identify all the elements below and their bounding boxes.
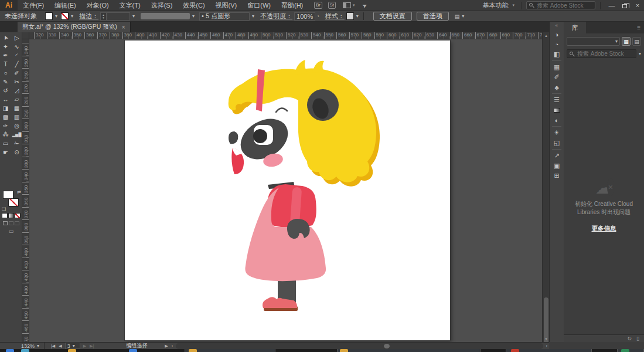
artboards-panel-icon[interactable]: ⊞ xyxy=(550,171,564,181)
chevron-down-icon[interactable]: ▾ xyxy=(639,51,641,56)
eyedropper-tool[interactable]: ✑ xyxy=(0,121,11,130)
stock-button[interactable]: St xyxy=(328,2,336,9)
taskbar-item-app-blue2[interactable] xyxy=(129,349,137,352)
width-tool[interactable]: ↔ xyxy=(0,95,11,104)
brushes-panel-icon[interactable]: ✐ xyxy=(550,72,564,82)
opacity-label[interactable]: 不透明度： xyxy=(260,12,292,21)
minimize-button[interactable]: — xyxy=(605,0,618,11)
document-setup-button[interactable]: 文档设置 xyxy=(373,12,412,21)
type-tool[interactable]: T xyxy=(0,60,11,69)
status-menu-arrow[interactable]: ▶ xyxy=(165,344,168,348)
swatches-panel-icon[interactable]: ▦ xyxy=(550,62,564,72)
mesh-tool[interactable]: ▩ xyxy=(0,113,11,121)
color-guide-panel-icon[interactable]: ◔ xyxy=(550,39,564,49)
previous-artboard-button[interactable]: ◀ xyxy=(59,344,62,348)
select-similar-icon[interactable]: ▤ xyxy=(455,13,460,19)
artboard-tool[interactable]: ▭ xyxy=(0,139,11,148)
menu-文字[interactable]: 文字(T) xyxy=(114,0,146,11)
brush-definition-dropdown[interactable]: • 5 点圆形 xyxy=(199,12,250,21)
layers-panel-icon[interactable]: ▣ xyxy=(550,161,564,171)
none-button[interactable] xyxy=(15,213,21,218)
draw-normal-icon[interactable] xyxy=(3,221,8,225)
stroke-weight-stepper[interactable]: ▴▾ xyxy=(100,12,107,21)
style-swatch[interactable] xyxy=(346,12,354,20)
pen-tool[interactable]: ✒ xyxy=(0,51,11,60)
direct-selection-tool[interactable]: ▷ xyxy=(11,33,22,42)
pathfinder-panel-icon[interactable]: ◧ xyxy=(550,49,564,59)
hand-tool[interactable]: ☛ xyxy=(0,148,11,157)
gradient-tool[interactable]: ▥ xyxy=(11,113,22,121)
menu-文件[interactable]: 文件(F) xyxy=(18,0,49,11)
library-search-input[interactable] xyxy=(567,49,636,58)
menu-效果[interactable]: 效果(C) xyxy=(178,0,210,11)
appearance-panel-icon[interactable]: ☀ xyxy=(550,128,564,138)
horizontal-scroll-thumb[interactable] xyxy=(384,344,390,348)
column-graph-tool[interactable]: ▂▅█ xyxy=(11,130,22,139)
menu-选择[interactable]: 选择(S) xyxy=(146,0,178,11)
chevron-down-icon[interactable]: ▾ xyxy=(71,13,73,19)
paintbrush-tool[interactable]: ✐ xyxy=(11,69,22,77)
stroke-proxy-swatch[interactable] xyxy=(8,198,19,207)
taskbar-item-folder-yellow3[interactable] xyxy=(340,349,348,352)
style-label[interactable]: 样式： xyxy=(325,12,345,21)
workspace-switcher[interactable]: 基本功能 xyxy=(482,1,508,10)
panel-menu-icon[interactable]: ≡ xyxy=(637,25,644,31)
tab-libraries[interactable]: 库 xyxy=(564,22,586,33)
scroll-right-icon[interactable]: › xyxy=(546,344,547,348)
stroke-weight-label[interactable]: 描边： xyxy=(79,12,98,21)
chevron-down-icon[interactable]: ▾ xyxy=(252,13,254,19)
opacity-more-icon[interactable]: › xyxy=(318,13,319,19)
stroke-color-swatch[interactable] xyxy=(61,12,69,20)
symbol-sprayer-tool[interactable]: ⁂ xyxy=(0,130,11,139)
screen-mode-button[interactable]: ▭ xyxy=(0,228,22,234)
taskbar-item-app-red[interactable] xyxy=(511,349,519,352)
slice-tool[interactable]: ✁ xyxy=(11,139,22,148)
document-tab[interactable]: 熊女.ai* @ 132% (RGB/GPU 预览) × xyxy=(18,22,131,32)
more-info-link[interactable]: 更多信息 xyxy=(592,225,616,233)
restore-button[interactable] xyxy=(618,0,631,11)
perspective-grid-tool[interactable]: ▦ xyxy=(11,104,22,113)
bridge-button[interactable]: Br xyxy=(314,2,322,9)
opacity-value[interactable]: 100% xyxy=(294,12,315,21)
library-select-dropdown[interactable]: ▾ xyxy=(567,37,620,46)
search-input[interactable] xyxy=(526,1,595,9)
draw-inside-icon[interactable] xyxy=(15,221,19,225)
trash-icon[interactable]: ▯ xyxy=(636,335,639,342)
chevron-down-icon[interactable]: ▾ xyxy=(462,13,464,19)
artwork-panda-girl[interactable] xyxy=(125,40,450,340)
chevron-down-icon[interactable]: ▾ xyxy=(55,13,57,19)
default-fill-stroke-icon[interactable]: ❏ xyxy=(2,207,6,212)
scroll-left-icon[interactable]: ‹ xyxy=(172,344,173,348)
chevron-down-icon[interactable]: ▾ xyxy=(512,3,514,8)
chevron-down-icon[interactable]: ▾ xyxy=(356,13,359,19)
stroke-weight-value[interactable] xyxy=(107,12,130,21)
menu-帮助[interactable]: 帮助(H) xyxy=(276,0,308,11)
next-artboard-button[interactable]: ▶ xyxy=(83,344,86,348)
vertical-scrollbar[interactable]: ▴ ▾ xyxy=(542,32,549,342)
stroke-panel-icon[interactable]: ☰ xyxy=(550,95,564,105)
color-panel-icon[interactable]: ◑ xyxy=(550,29,564,39)
canvas-pasteboard[interactable] xyxy=(29,39,542,342)
list-view-button[interactable]: ▤ xyxy=(632,37,641,46)
first-artboard-button[interactable]: |◀ xyxy=(51,344,55,348)
artboard-number-dropdown[interactable]: 3 ▾ xyxy=(65,343,80,349)
taskbar-button[interactable] xyxy=(185,349,275,352)
taskbar-item-app-cyan[interactable] xyxy=(21,349,29,352)
gradient-button[interactable] xyxy=(8,213,14,218)
taskbar-item-app-green[interactable] xyxy=(621,349,629,352)
taskbar-button[interactable] xyxy=(337,349,481,352)
chevron-down-icon[interactable]: ▾ xyxy=(353,3,355,8)
graphic-styles-panel-icon[interactable]: ◱ xyxy=(550,138,564,148)
horizontal-scrollbar[interactable] xyxy=(176,343,543,349)
scale-tool[interactable]: ◿ xyxy=(11,86,22,95)
swap-fill-stroke-icon[interactable]: ⇄ xyxy=(17,189,21,195)
zoom-level-dropdown[interactable]: 132% ▾ xyxy=(21,343,39,349)
preferences-button[interactable]: 首选项 xyxy=(417,12,449,21)
shape-builder-tool[interactable]: ◨ xyxy=(0,104,11,113)
chevron-down-icon[interactable]: ▾ xyxy=(192,13,195,19)
arrange-documents-icon[interactable] xyxy=(343,2,351,8)
blend-tool[interactable]: ◎ xyxy=(11,121,22,130)
gradient-panel-icon[interactable] xyxy=(550,105,564,115)
asset-export-panel-icon[interactable]: ↗ xyxy=(550,151,564,161)
transparency-panel-icon[interactable]: ◐ xyxy=(550,115,564,125)
